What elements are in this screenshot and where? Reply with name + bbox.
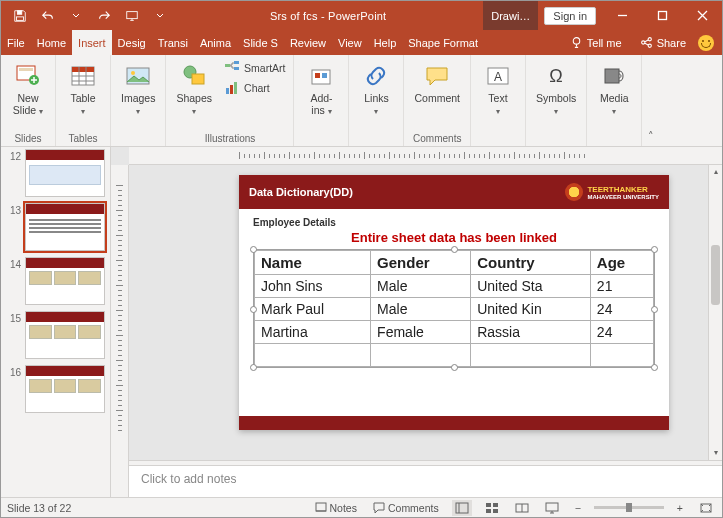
- group-label-tables: Tables: [62, 131, 104, 144]
- svg-rect-34: [486, 509, 491, 513]
- qat-customize-icon[interactable]: [147, 4, 173, 28]
- slide-sorter-view-icon[interactable]: [482, 500, 502, 516]
- resize-handle[interactable]: [250, 246, 257, 253]
- comments-toggle-button[interactable]: Comments: [370, 502, 442, 514]
- slide-thumbnail[interactable]: [25, 257, 105, 305]
- group-symbols: Ω Symbols▾: [526, 55, 587, 146]
- group-media: Media▾: [587, 55, 642, 146]
- tab-insert[interactable]: Insert: [72, 30, 112, 55]
- undo-dropdown-icon[interactable]: [63, 4, 89, 28]
- scroll-up-icon[interactable]: ▴: [709, 165, 722, 179]
- vertical-ruler[interactable]: [111, 165, 129, 497]
- thumb-number: 16: [5, 365, 21, 378]
- svg-rect-32: [486, 503, 491, 507]
- tab-transitions[interactable]: Transi: [152, 30, 194, 55]
- zoom-out-button[interactable]: −: [572, 502, 584, 514]
- start-from-beginning-icon[interactable]: [119, 4, 145, 28]
- group-label-images: [117, 142, 159, 144]
- table-button[interactable]: Table▾: [62, 59, 104, 118]
- resize-handle[interactable]: [651, 306, 658, 313]
- normal-view-icon[interactable]: [452, 500, 472, 516]
- tab-slideshow[interactable]: Slide S: [237, 30, 284, 55]
- addins-button[interactable]: Add-ins ▾: [300, 59, 342, 118]
- fit-to-window-icon[interactable]: [696, 500, 716, 516]
- text-button[interactable]: A Text▾: [477, 59, 519, 118]
- slide-thumbnail[interactable]: [25, 149, 105, 197]
- new-slide-label: NewSlide ▾: [13, 93, 43, 116]
- share-button[interactable]: Share: [634, 36, 692, 49]
- tab-help[interactable]: Help: [368, 30, 403, 55]
- symbols-button[interactable]: Ω Symbols▾: [532, 59, 580, 118]
- tab-review[interactable]: Review: [284, 30, 332, 55]
- media-button[interactable]: Media▾: [593, 59, 635, 118]
- resize-handle[interactable]: [451, 246, 458, 253]
- slide-thumbnail[interactable]: [25, 311, 105, 359]
- svg-rect-1: [17, 16, 24, 20]
- resize-handle[interactable]: [451, 364, 458, 371]
- collapse-ribbon-icon[interactable]: ˄: [642, 55, 660, 146]
- resize-handle[interactable]: [651, 364, 658, 371]
- horizontal-ruler[interactable]: [129, 147, 722, 165]
- addins-label: Add-ins ▾: [310, 93, 332, 116]
- slide-canvas[interactable]: Data Dictionary(DD) TEERTHANKERMAHAVEER …: [129, 165, 722, 460]
- slide-footer-bar: [239, 416, 669, 430]
- svg-rect-9: [19, 68, 33, 71]
- table-header: Age: [590, 251, 653, 275]
- comment-button[interactable]: Comment: [410, 59, 464, 107]
- resize-handle[interactable]: [651, 246, 658, 253]
- images-button[interactable]: Images▾: [117, 59, 159, 118]
- tab-shape-format[interactable]: Shape Format: [402, 30, 484, 55]
- maximize-button[interactable]: [642, 1, 682, 30]
- employee-table: Name Gender Country Age John SinsMaleUni…: [254, 250, 654, 367]
- scroll-down-icon[interactable]: ▾: [709, 446, 722, 460]
- vertical-scrollbar[interactable]: ▴ ▾: [708, 165, 722, 460]
- resize-handle[interactable]: [250, 364, 257, 371]
- tab-file[interactable]: File: [1, 30, 31, 55]
- zoom-in-button[interactable]: +: [674, 502, 686, 514]
- notes-toggle-button[interactable]: Notes: [312, 502, 360, 514]
- tab-animations[interactable]: Anima: [194, 30, 237, 55]
- shapes-button[interactable]: Shapes▾: [172, 59, 216, 118]
- chart-label: Chart: [244, 82, 270, 94]
- svg-rect-12: [72, 67, 94, 72]
- undo-icon[interactable]: [35, 4, 61, 28]
- table-label: Table: [70, 92, 95, 104]
- svg-rect-23: [312, 70, 330, 84]
- svg-rect-37: [546, 503, 558, 511]
- notes-pane[interactable]: Click to add notes: [129, 465, 722, 497]
- links-button[interactable]: Links▾: [355, 59, 397, 118]
- tab-design[interactable]: Desig: [112, 30, 152, 55]
- tell-me-button[interactable]: Tell me: [564, 36, 628, 49]
- slide-counter[interactable]: Slide 13 of 22: [7, 502, 71, 514]
- ribbon: NewSlide ▾ Slides Table▾ Tables Images▾ …: [1, 55, 722, 147]
- zoom-slider[interactable]: [594, 506, 664, 509]
- resize-handle[interactable]: [250, 306, 257, 313]
- slide-thumbnail-pane[interactable]: 12 13 14 15 16: [1, 147, 111, 497]
- group-label-text: [477, 142, 519, 144]
- uni-name-line2: MAHAVEER UNIVERSITY: [587, 194, 659, 200]
- reading-view-icon[interactable]: [512, 500, 532, 516]
- feedback-smiley-icon[interactable]: [698, 35, 714, 51]
- smartart-label: SmartArt: [244, 62, 285, 74]
- slide[interactable]: Data Dictionary(DD) TEERTHANKERMAHAVEER …: [239, 175, 669, 430]
- minimize-button[interactable]: [602, 1, 642, 30]
- sign-in-button[interactable]: Sign in: [544, 7, 596, 25]
- embedded-object[interactable]: Name Gender Country Age John SinsMaleUni…: [253, 249, 655, 368]
- svg-point-7: [648, 44, 651, 47]
- slide-thumbnail[interactable]: [25, 365, 105, 413]
- new-slide-button[interactable]: NewSlide ▾: [7, 59, 49, 118]
- slideshow-view-icon[interactable]: [542, 500, 562, 516]
- close-button[interactable]: [682, 1, 722, 30]
- redo-icon[interactable]: [91, 4, 117, 28]
- scrollbar-thumb[interactable]: [711, 245, 720, 305]
- zoom-slider-thumb[interactable]: [626, 503, 632, 512]
- comments-toggle-label: Comments: [388, 502, 439, 514]
- slide-thumbnail[interactable]: [25, 203, 105, 251]
- comment-label: Comment: [414, 93, 460, 105]
- tab-view[interactable]: View: [332, 30, 368, 55]
- save-icon[interactable]: [7, 4, 33, 28]
- chart-button[interactable]: Chart: [222, 79, 287, 97]
- svg-rect-0: [17, 10, 21, 14]
- tab-home[interactable]: Home: [31, 30, 72, 55]
- smartart-button[interactable]: SmartArt: [222, 59, 287, 77]
